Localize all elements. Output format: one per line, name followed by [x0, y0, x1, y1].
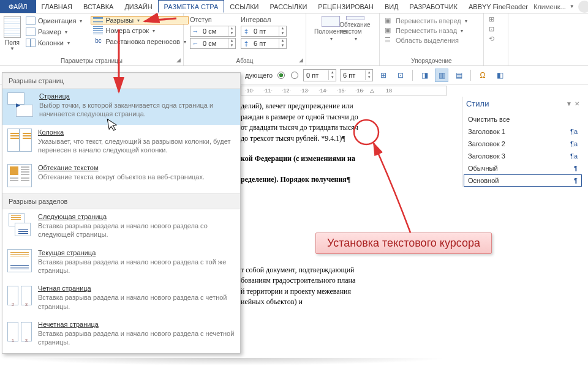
group-page-setup-label: Параметры страницы: [0, 58, 183, 64]
dd-section-section-breaks: Разрывы разделов: [2, 193, 240, 209]
style-clear-all[interactable]: Очистить все: [464, 113, 582, 125]
tab-references[interactable]: ССЫЛКИ: [224, 0, 264, 13]
selection-pane-icon: ☰: [385, 36, 393, 45]
indent-left-input[interactable]: →0 см▲▼: [190, 26, 236, 37]
hyphenation-icon: bc: [93, 37, 103, 46]
orientation-icon: [26, 17, 36, 25]
tab-view[interactable]: ВИД: [379, 0, 404, 13]
dd-item-column-title: Колонка: [38, 129, 235, 136]
tb-btn-2[interactable]: ⊡: [394, 69, 407, 82]
position-button[interactable]: Положение▾: [320, 16, 342, 42]
tab-abbyy[interactable]: ABBYY FineReader: [463, 0, 533, 13]
page-setup-dialog-launcher[interactable]: ◢: [175, 57, 182, 64]
rotate-icon: ⟲: [489, 35, 497, 43]
tab-review[interactable]: РЕЦЕНЗИРОВАН: [312, 0, 379, 13]
bring-forward-icon: ▣: [385, 17, 393, 25]
style-heading-2[interactable]: Заголовок 2¶a: [464, 138, 582, 150]
hyphenation-button[interactable]: bcРасстановка переносов▾: [91, 37, 188, 47]
group-icon: ⊡: [489, 25, 497, 34]
orientation-button[interactable]: Ориентация▾: [23, 16, 85, 26]
style-main[interactable]: Основной¶: [464, 174, 582, 187]
space-after-input[interactable]: ‡6 пт▲▼: [241, 38, 287, 49]
dd-item-page-title: Страница: [39, 92, 235, 100]
wrap-text-button[interactable]: Обтекание текстом▾: [344, 16, 366, 42]
continuous-icon: [7, 249, 32, 272]
annotation-callout: Установка текстового курсора: [315, 233, 492, 254]
even-page-icon: 23: [7, 285, 32, 308]
tb-btn-6[interactable]: ◧: [493, 69, 507, 82]
columns-button[interactable]: Колонки▾: [23, 38, 85, 48]
radio-option-1[interactable]: [277, 72, 285, 79]
columns-icon: [26, 39, 36, 47]
dd-item-next-page[interactable]: Следующая страницаВставка разрыва раздел…: [2, 209, 240, 245]
tb-btn-1[interactable]: ⊞: [377, 69, 390, 82]
columns-label: Колонки: [38, 39, 64, 47]
tab-mailings[interactable]: РАССЫЛКИ: [264, 0, 312, 13]
chevron-down-icon: ▼: [10, 46, 15, 51]
group-button[interactable]: ⊡: [488, 24, 504, 34]
tab-file[interactable]: ФАЙЛ: [0, 0, 36, 13]
rotate-button[interactable]: ⟲: [488, 34, 504, 44]
subbar-space-before[interactable]: 0 пт▲▼: [303, 69, 336, 81]
odd-page-icon: 13: [7, 321, 32, 344]
dd-item-column-desc: Указывает, что текст, следующий за разры…: [38, 137, 235, 155]
user-name[interactable]: Клименк...: [533, 3, 566, 10]
document-body[interactable]: делий), влечет предупреждение или раждан…: [241, 102, 440, 308]
send-backward-icon: ▣: [385, 26, 393, 35]
align-icon: ⊞: [489, 15, 497, 24]
dd-item-page-desc: Выбор точки, в которой заканчивается одн…: [39, 101, 235, 119]
breaks-button[interactable]: Разрывы▾: [91, 16, 188, 24]
breaks-label: Разрывы: [105, 17, 134, 24]
margins-button[interactable]: Поля ▼: [4, 15, 21, 54]
group-paragraph-label: Абзац: [184, 58, 306, 64]
line-numbers-button[interactable]: Номера строк▾: [91, 26, 188, 35]
send-backward-button[interactable]: ▣Переместить назад▾: [383, 26, 480, 35]
style-heading-3[interactable]: Заголовок 3¶a: [464, 150, 582, 162]
line-numbers-icon: [93, 26, 103, 35]
tb-btn-5[interactable]: ▤: [452, 69, 466, 82]
dd-item-text-wrapping[interactable]: Обтекание текстомОбтекание текста вокруг…: [2, 160, 240, 193]
dd-item-odd-title: Нечетная страница: [38, 321, 235, 328]
style-normal[interactable]: Обычный¶: [464, 162, 582, 174]
subbar-space-after[interactable]: 6 пт▲▼: [340, 69, 373, 81]
tb-btn-3[interactable]: ◨: [418, 69, 431, 82]
dd-item-column[interactable]: КолонкаУказывает, что текст, следующий з…: [2, 125, 240, 161]
group-arrange-label: Упорядочение: [380, 58, 483, 64]
breaks-icon: [93, 17, 103, 23]
space-before-input[interactable]: ‡0 пт▲▼: [241, 26, 287, 37]
mouse-cursor-icon: [107, 117, 120, 133]
styles-pane-title: Стили: [466, 99, 489, 108]
text-wrapping-icon: [7, 164, 32, 187]
styles-close-icon[interactable]: ✕: [575, 100, 579, 107]
tab-design[interactable]: ДИЗАЙН: [119, 0, 157, 13]
dd-item-continuous[interactable]: Текущая страницаВставка разрыва раздела …: [2, 245, 240, 281]
indent-right-input[interactable]: ←0 см▲▼: [190, 38, 236, 49]
tab-developer[interactable]: РАЗРАБОТЧИК: [404, 0, 463, 13]
align-button[interactable]: ⊞: [488, 15, 504, 24]
bring-forward-button[interactable]: ▣Переместить вперед▾: [383, 16, 480, 26]
styles-dropdown-icon[interactable]: ▼: [566, 100, 572, 107]
radio-option-2[interactable]: [291, 72, 298, 79]
size-button[interactable]: Размер▾: [23, 27, 85, 37]
dd-item-even-page[interactable]: 23 Четная страницаВставка разрыва раздел…: [2, 281, 240, 317]
paragraph-dialog-launcher[interactable]: ◢: [297, 57, 304, 64]
group-position: Положение▾ Обтекание текстом▾: [306, 13, 380, 65]
styles-pane: Стили▼✕ Очистить все Заголовок 1¶a Загол…: [462, 97, 583, 187]
style-heading-1[interactable]: Заголовок 1¶a: [464, 125, 582, 138]
dd-item-cur-desc: Вставка разрыва раздела и начало нового …: [38, 258, 235, 275]
ruler[interactable]: ·10· ·11· ·12· ·13· ·14· ·15· ·16· △ 18: [241, 86, 447, 97]
tab-home[interactable]: ГЛАВНАЯ: [36, 0, 78, 13]
dd-item-wrap-desc: Обтекание текста вокруг объектов на веб-…: [38, 173, 235, 181]
orientation-label: Ориентация: [38, 17, 76, 24]
breaks-dropdown: Разрывы страниц ▸ СтраницаВыбор точки, в…: [2, 72, 241, 354]
tab-page-layout[interactable]: РАЗМЕТКА СТРА: [158, 0, 225, 13]
dd-item-odd-page[interactable]: 13 Нечетная страницаВставка разрыва разд…: [2, 317, 240, 353]
user-avatar[interactable]: [578, 1, 588, 13]
tab-insert[interactable]: ВСТАВКА: [78, 0, 119, 13]
selection-pane-button[interactable]: ☰Область выделения: [383, 35, 480, 45]
dd-item-page[interactable]: ▸ СтраницаВыбор точки, в которой заканчи…: [2, 89, 240, 125]
tb-btn-4[interactable]: ▥: [435, 69, 448, 82]
dd-item-odd-desc: Вставка разрыва раздела и начало нового …: [38, 329, 235, 347]
chevron-down-icon[interactable]: ▼: [570, 4, 575, 9]
tb-omega[interactable]: Ω: [476, 69, 489, 82]
